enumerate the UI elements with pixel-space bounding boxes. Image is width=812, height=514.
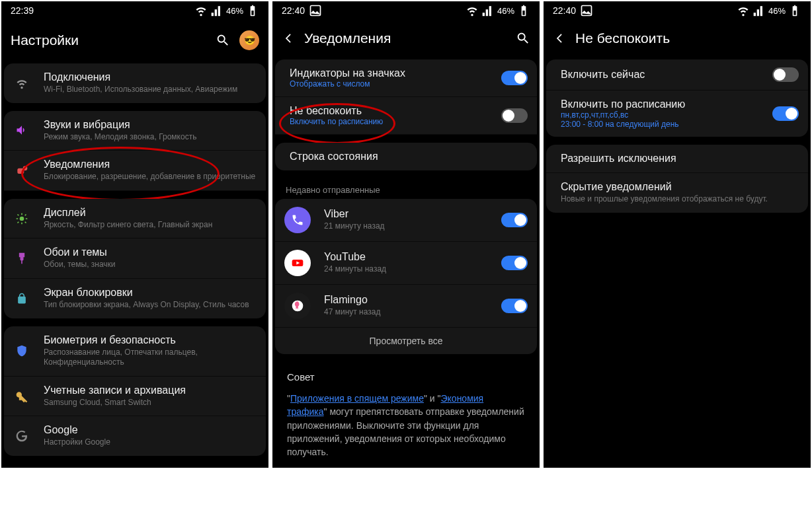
status-bar: 22:39 46% [1,1,268,18]
item-sub: Яркость, Фильтр синего света, Главный эк… [44,220,257,231]
item-notifications[interactable]: Уведомления Блокирование, разрешение, до… [4,151,266,191]
page-title: Уведомления [304,30,507,46]
item-title: Экран блокировки [44,287,257,299]
advice-link-sleep[interactable]: Приложения в спящем режиме [290,393,424,404]
item-title: Учетные записи и архивация [44,385,257,396]
item-title: Включить сейчас [561,69,759,81]
item-sounds[interactable]: Звуки и вибрация Режим звука, Мелодия зв… [4,111,266,151]
battery-text: 46% [226,6,243,16]
item-title: Уведомления [44,159,257,170]
item-do-not-disturb[interactable]: Не беспокоить Включить по расписанию [275,97,537,135]
item-title: Звуки и вибрация [44,119,257,131]
signal-icon [210,4,223,17]
sun-icon [13,212,30,225]
item-connections[interactable]: Подключения Wi-Fi, Bluetooth, Использова… [4,63,266,103]
recent-app-viber[interactable]: Viber 21 минуту назад [275,199,537,242]
item-lockscreen[interactable]: Экран блокировки Тип блокировки экрана, … [4,279,266,318]
item-sub: Wi-Fi, Bluetooth, Использование данных, … [44,85,257,95]
item-biometrics[interactable]: Биометрия и безопасность Распознавание л… [4,326,266,377]
header: Не беспокоить [544,18,811,59]
advice-section: Совет "Приложения в спящем режиме" и "Эк… [275,362,537,468]
item-title: Строка состояния [290,151,528,163]
item-sub: Новые и прошлые уведомления отображаться… [561,194,799,205]
screen-dnd: 22:40 46% Не беспокоить Включить сейчас … [544,1,811,468]
item-title: Индикаторы на значках [290,67,488,79]
wifi-icon [13,77,30,90]
item-sub: Samsung Cloud, Smart Switch [44,398,257,408]
item-google[interactable]: Google Настройки Google [4,416,266,456]
signal-icon [481,4,495,17]
toggle-viber[interactable] [501,213,528,227]
toggle-schedule[interactable] [772,106,799,121]
item-sub: Распознавание лица, Отпечатки пальцев, К… [44,348,257,368]
item-title: Разрешить исключения [561,153,799,165]
item-title: Биометрия и безопасность [44,334,257,346]
item-hide-notifications[interactable]: Скрытие уведомлений Новые и прошлые увед… [546,173,808,213]
wifi-icon [737,4,750,17]
speaker-icon [13,124,30,137]
advice-title: Совет [287,371,525,383]
battery-text: 46% [497,6,514,16]
status-time: 22:39 [11,5,34,16]
item-badge-indicators[interactable]: Индикаторы на значках Отображать с число… [275,59,537,97]
signal-icon [752,4,766,17]
schedule-time: 23:00 - 8:00 на следующий день [561,120,759,129]
page-title: Не беспокоить [575,30,801,46]
back-icon[interactable] [553,32,566,45]
brush-icon [13,252,30,265]
header: Настройки 😎 [1,18,268,63]
item-status-bar[interactable]: Строка состояния [275,143,537,170]
item-wallpapers[interactable]: Обои и темы Обои, темы, значки [4,239,266,279]
toggle-youtube[interactable] [501,256,528,270]
item-sub: Обои, темы, значки [44,260,257,270]
item-accounts[interactable]: Учетные записи и архивация Samsung Cloud… [4,377,266,417]
item-sub: Отображать с числом [290,79,488,89]
item-display[interactable]: Дисплей Яркость, Фильтр синего света, Гл… [4,199,266,239]
item-sub: Включить по расписанию [290,117,488,126]
recent-app-youtube[interactable]: YouTube 24 минуты назад [275,242,537,285]
item-sub: Настройки Google [44,437,257,448]
app-time: 24 минуты назад [324,264,488,275]
view-all-button[interactable]: Просмотреть все [275,328,537,354]
item-sub: Блокирование, разрешение, добавление в п… [44,172,257,182]
search-icon[interactable] [216,33,230,48]
battery-text: 46% [768,6,786,16]
header: Уведомления [272,18,540,59]
screen-settings: 22:39 46% Настройки 😎 Подключения Wi-Fi,… [1,1,268,468]
advice-body: "Приложения в спящем режиме" и "Экономия… [287,392,525,459]
item-title: Google [44,424,257,436]
item-sub: Режим звука, Мелодия звонка, Громкость [44,132,257,143]
notification-icon [13,164,30,177]
item-title: Скрытие уведомлений [561,181,799,193]
search-icon[interactable] [516,31,530,46]
view-all-label: Просмотреть все [370,336,443,346]
section-recent-label: Недавно отправленные [275,178,537,199]
item-title: Дисплей [44,207,257,219]
app-time: 21 минуту назад [324,221,488,232]
item-title: Не беспокоить [290,105,488,117]
screen-notifications: 22:40 46% Уведомления Индикаторы на знач… [272,1,540,468]
key-icon [13,390,30,403]
toggle-flamingo[interactable] [501,299,528,313]
flamingo-icon [284,293,311,319]
item-turn-on-now[interactable]: Включить сейчас [546,59,808,91]
avatar[interactable]: 😎 [239,30,259,50]
schedule-days: пн,вт,ср,чт,пт,сб,вс [561,110,759,120]
youtube-icon [284,250,311,276]
item-schedule[interactable]: Включить по расписанию пн,вт,ср,чт,пт,сб… [546,91,808,137]
toggle-now[interactable] [772,67,799,82]
back-icon[interactable] [282,32,295,45]
image-icon [580,4,593,17]
item-allow-exceptions[interactable]: Разрешить исключения [546,145,808,173]
google-icon [13,429,30,443]
item-title: Обои и темы [44,246,257,258]
app-name: Flamingo [324,294,488,306]
image-icon [309,4,322,17]
app-name: Viber [324,208,488,220]
toggle-dnd[interactable] [501,108,528,123]
status-time: 22:40 [553,5,576,16]
settings-list: Подключения Wi-Fi, Bluetooth, Использова… [1,63,268,464]
recent-app-flamingo[interactable]: Flamingo 47 минут назад [275,285,537,328]
battery-icon [517,4,530,17]
toggle-badges[interactable] [501,71,528,85]
